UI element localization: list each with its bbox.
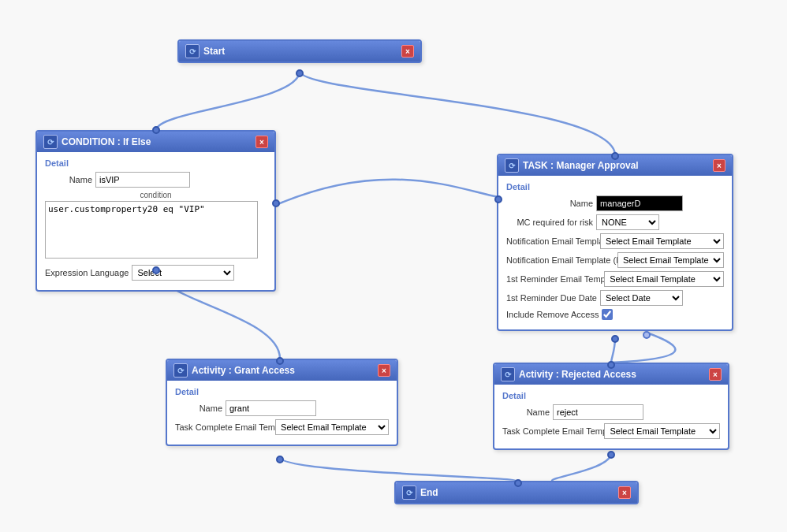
task-notif-row: Notification Email Template Select Email… (506, 233, 724, 249)
start-node: ⟳ Start × (177, 39, 422, 63)
task-reminder-email-row: 1st Reminder Email Template Select Email… (506, 271, 724, 287)
end-title: End (420, 487, 438, 498)
rejected-task-label: Task Complete Email Template (502, 426, 601, 436)
grant-body: Detail Name Task Complete Email Template… (167, 381, 397, 445)
task-include-remove-label: Include Remove Access (506, 310, 599, 319)
task-reminder-email-label: 1st Reminder Email Template (506, 274, 601, 284)
task-mc-label: MC required for risk (506, 218, 593, 227)
grant-task-row: Task Complete Email Template Select Emai… (175, 419, 389, 435)
condition-name-row: Name (45, 172, 267, 188)
grant-task-select[interactable]: Select Email Template (275, 419, 389, 435)
rejected-name-label: Name (502, 407, 550, 417)
task-include-remove-checkbox[interactable] (602, 309, 613, 320)
condition-header: ⟳ CONDITION : If Else × (37, 132, 274, 152)
start-close-button[interactable]: × (401, 45, 414, 58)
task-name-label: Name (506, 199, 593, 208)
task-include-remove-row: Include Remove Access (506, 309, 724, 320)
end-header-left: ⟳ End (402, 485, 438, 500)
rejected-task-select[interactable]: Select Email Template (604, 423, 720, 439)
grant-close-button[interactable]: × (378, 364, 390, 377)
condition-expression-select[interactable]: Select (132, 265, 234, 281)
grant-name-input[interactable] (226, 400, 316, 416)
task-body: Detail Name MC required for risk NONE No… (498, 176, 732, 329)
condition-detail-label: Detail (45, 158, 267, 168)
task-title: TASK : Manager Approval (523, 160, 639, 171)
rejected-icon: ⟳ (501, 367, 515, 381)
conn-dot-task-right (643, 331, 651, 339)
grant-header-left: ⟳ Activity : Grant Access (173, 363, 295, 378)
conn-dot-grant-bottom (276, 456, 284, 463)
grant-name-row: Name (175, 400, 389, 416)
condition-title: CONDITION : If Else (62, 136, 151, 147)
condition-expr-label: condition (45, 191, 267, 199)
conn-dot-start-bottom (296, 69, 304, 77)
conn-dot-task-bottom (611, 335, 619, 343)
grant-name-label: Name (175, 404, 222, 413)
grant-detail-label: Detail (175, 387, 389, 396)
conn-dot-grant-top (276, 357, 284, 365)
grant-icon: ⟳ (173, 363, 188, 378)
conn-dot-end-top (514, 479, 522, 487)
rejected-detail-label: Detail (502, 391, 720, 400)
condition-expression-label: Expression Language (45, 268, 129, 277)
task-notif-req-row: Notification Email Template (Requestor) … (506, 252, 724, 268)
task-name-row: Name (506, 195, 724, 211)
rejected-name-input[interactable] (553, 404, 643, 420)
condition-header-left: ⟳ CONDITION : If Else (43, 135, 151, 149)
conn-dot-rejected-top (607, 361, 615, 369)
task-notif-req-select[interactable]: Select Email Template (617, 252, 724, 268)
conn-dot-task-left (494, 195, 502, 203)
end-close-button[interactable]: × (618, 486, 631, 499)
grant-task-label: Task Complete Email Template (175, 422, 272, 432)
task-name-input[interactable] (596, 195, 683, 211)
task-mc-row: MC required for risk NONE (506, 214, 724, 230)
rejected-body: Detail Name Task Complete Email Template… (494, 385, 728, 448)
rejected-node: ⟳ Activity : Rejected Access × Detail Na… (493, 363, 729, 450)
conn-dot-task-top (611, 152, 619, 160)
task-reminder-due-select[interactable]: Select Date (600, 290, 683, 306)
task-notif-label: Notification Email Template (506, 236, 597, 246)
grant-title: Activity : Grant Access (192, 365, 295, 376)
rejected-name-row: Name (502, 404, 720, 420)
task-detail-label: Detail (506, 182, 724, 192)
grant-node: ⟳ Activity : Grant Access × Detail Name … (166, 359, 398, 446)
condition-name-input[interactable] (95, 172, 190, 188)
conn-dot-condition-right (272, 199, 280, 207)
rejected-header-left: ⟳ Activity : Rejected Access (501, 367, 636, 381)
task-reminder-due-row: 1st Reminder Due Date Select Date (506, 290, 724, 306)
task-mc-select[interactable]: NONE (596, 214, 659, 230)
task-reminder-due-label: 1st Reminder Due Date (506, 293, 597, 303)
condition-close-button[interactable]: × (255, 136, 268, 148)
task-node: ⟳ TASK : Manager Approval × Detail Name … (497, 154, 733, 331)
task-notif-req-label: Notification Email Template (Requestor) (506, 255, 614, 265)
start-node-header: ⟳ Start × (179, 41, 420, 61)
rejected-close-button[interactable]: × (709, 368, 722, 381)
start-icon: ⟳ (185, 44, 200, 58)
task-notif-select[interactable]: Select Email Template (600, 233, 724, 249)
task-close-button[interactable]: × (713, 159, 725, 172)
condition-textarea[interactable]: user.customproperty20 eq "VIP" (45, 201, 258, 259)
end-icon: ⟳ (402, 485, 416, 500)
task-reminder-email-select[interactable]: Select Email Template (604, 271, 724, 287)
condition-name-label: Name (45, 175, 92, 184)
conn-dot-condition-top (152, 126, 160, 134)
rejected-task-row: Task Complete Email Template Select Emai… (502, 423, 720, 439)
conn-dot-rejected-bottom (607, 451, 615, 459)
start-header-left: ⟳ Start (185, 44, 225, 58)
workflow-canvas: ⟳ Start × ⟳ CONDITION : If Else × Detail… (0, 0, 787, 532)
start-title: Start (203, 46, 225, 57)
conn-dot-condition-bottom (152, 266, 160, 274)
rejected-title: Activity : Rejected Access (519, 369, 636, 380)
task-header-left: ⟳ TASK : Manager Approval (505, 158, 639, 173)
task-icon: ⟳ (505, 158, 519, 173)
condition-icon: ⟳ (43, 135, 58, 149)
